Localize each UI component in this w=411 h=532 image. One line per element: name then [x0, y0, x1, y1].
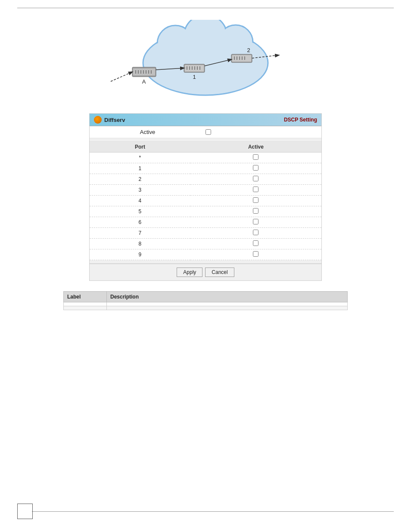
table-row: 1 — [90, 163, 321, 174]
svg-text:A: A — [142, 78, 146, 85]
active-cell — [190, 206, 321, 217]
port-4-checkbox[interactable] — [253, 197, 258, 203]
port-2-checkbox[interactable] — [253, 176, 258, 181]
svg-text:2: 2 — [247, 47, 250, 53]
active-cell — [190, 239, 321, 249]
diffserv-title-text: Diffserv — [104, 117, 125, 123]
port-cell: 4 — [90, 196, 190, 206]
info-table-container: Label Description — [63, 291, 348, 310]
info-table-row — [64, 306, 348, 310]
table-row: 7 — [90, 228, 321, 239]
port-table-body: *123456789 — [90, 152, 321, 260]
active-cell — [190, 152, 321, 163]
info-label-1 — [64, 302, 107, 306]
table-row: 4 — [90, 196, 321, 206]
port-cell: 9 — [90, 249, 190, 260]
svg-rect-9 — [133, 68, 155, 75]
info-desc-1 — [107, 302, 348, 306]
port-column-header: Port — [90, 142, 190, 152]
footer-spacer — [90, 260, 321, 264]
active-cell — [190, 249, 321, 260]
port-cell: 5 — [90, 206, 190, 217]
active-global-label: Active — [90, 129, 206, 135]
footer-row: Apply Cancel — [90, 264, 321, 280]
svg-line-35 — [111, 72, 132, 81]
port-8-checkbox[interactable] — [253, 240, 258, 246]
active-cell — [190, 228, 321, 239]
info-table-body — [64, 302, 348, 310]
info-table-header: Label Description — [64, 292, 348, 302]
port-5-checkbox[interactable] — [253, 208, 258, 214]
page-number-box — [17, 504, 33, 519]
port-cell: 7 — [90, 228, 190, 239]
table-row: 2 — [90, 174, 321, 185]
diagram-svg: A 1 2 — [102, 20, 309, 100]
svg-point-7 — [219, 26, 252, 59]
port-1-checkbox[interactable] — [253, 165, 258, 171]
description-col-header: Description — [107, 292, 348, 302]
active-row: Active — [90, 126, 321, 138]
port-7-checkbox[interactable] — [253, 230, 258, 235]
top-divider — [17, 8, 394, 8]
active-cell — [190, 174, 321, 185]
active-cell — [190, 163, 321, 174]
info-label-2 — [64, 306, 107, 310]
active-cell — [190, 217, 321, 228]
port-cell: 2 — [90, 174, 190, 185]
cancel-button[interactable]: Cancel — [205, 268, 234, 277]
active-global-checkbox-cell — [206, 129, 321, 135]
page-number-area — [17, 504, 33, 519]
spacer — [90, 138, 321, 142]
network-diagram: A 1 2 — [98, 19, 313, 100]
apply-button[interactable]: Apply — [177, 268, 202, 277]
active-cell — [190, 196, 321, 206]
port-cell: * — [90, 152, 190, 163]
table-row: 8 — [90, 239, 321, 249]
label-col-header: Label — [64, 292, 107, 302]
diffserv-panel: Diffserv DSCP Setting Active Port Active… — [89, 113, 322, 281]
table-row: 6 — [90, 217, 321, 228]
table-row: * — [90, 152, 321, 163]
svg-rect-19 — [185, 65, 204, 72]
active-column-header: Active — [190, 142, 321, 152]
svg-text:1: 1 — [193, 74, 196, 80]
active-cell — [190, 185, 321, 196]
port-cell: 8 — [90, 239, 190, 249]
port-6-checkbox[interactable] — [253, 219, 258, 224]
info-desc-2 — [107, 306, 348, 310]
info-table: Label Description — [63, 291, 348, 310]
table-row: 3 — [90, 185, 321, 196]
port-table-container: Port Active *123456789 — [90, 142, 321, 260]
port-cell: 1 — [90, 163, 190, 174]
diffserv-title-group: Diffserv — [94, 116, 125, 124]
table-header-row: Port Active — [90, 142, 321, 152]
bottom-divider — [32, 511, 394, 512]
port-3-checkbox[interactable] — [253, 187, 258, 192]
port-cell: 6 — [90, 217, 190, 228]
diffserv-header: Diffserv DSCP Setting — [90, 114, 321, 126]
table-row: 9 — [90, 249, 321, 260]
port-cell: 3 — [90, 185, 190, 196]
diffserv-icon — [94, 116, 102, 124]
port-table: Port Active *123456789 — [90, 142, 321, 260]
active-global-checkbox[interactable] — [206, 129, 211, 135]
info-table-row — [64, 302, 348, 306]
dscp-setting-link[interactable]: DSCP Setting — [284, 117, 317, 123]
svg-rect-28 — [232, 55, 251, 62]
table-row: 5 — [90, 206, 321, 217]
port-*-checkbox[interactable] — [253, 154, 258, 160]
port-9-checkbox[interactable] — [253, 251, 258, 257]
